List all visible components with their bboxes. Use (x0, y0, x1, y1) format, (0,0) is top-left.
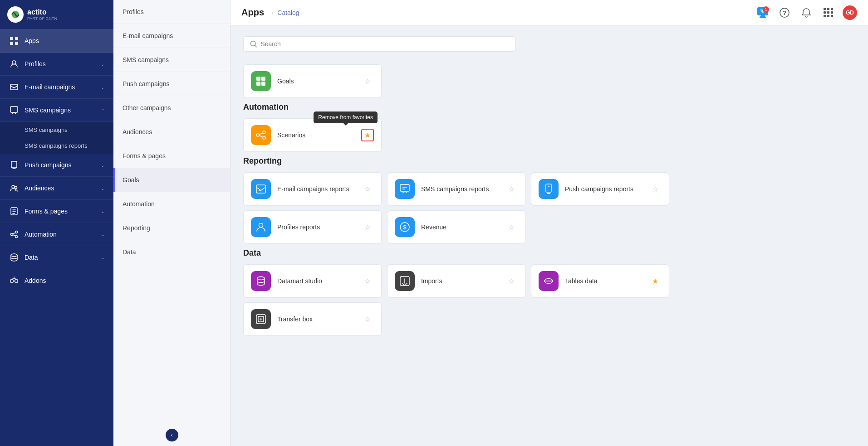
imports-fav-btn[interactable]: ☆ (505, 275, 518, 287)
mid-item-email[interactable]: E-mail campaigns (113, 24, 230, 48)
revenue-fav-btn[interactable]: ☆ (505, 221, 518, 233)
mid-item-data[interactable]: Data (113, 240, 230, 264)
sidebar-item-sms-reports[interactable]: SMS campaigns reports (0, 138, 113, 154)
sidebar-item-forms-pages[interactable]: Forms & pages ⌄ (0, 200, 113, 223)
svg-line-29 (255, 45, 257, 47)
card-revenue[interactable]: $ Revenue ☆ (387, 210, 525, 244)
transfer-box-fav-btn[interactable]: ☆ (361, 313, 374, 325)
card-tables-data[interactable]: Tables data ★ (531, 264, 669, 298)
search-input[interactable] (260, 40, 509, 48)
push-reports-label: Push campaigns reports (565, 185, 649, 193)
email-reports-label: E-mail campaigns reports (277, 185, 361, 193)
card-goals[interactable]: Goals ☆ (243, 64, 382, 98)
svg-rect-41 (400, 184, 409, 191)
svg-rect-30 (256, 77, 260, 81)
svg-rect-9 (11, 161, 17, 168)
card-transfer-box[interactable]: Transfer box ☆ (243, 302, 382, 336)
reporting-row-2: Profiles reports ☆ $ Revenue ☆ (243, 210, 855, 244)
svg-line-37 (259, 133, 263, 135)
push-reports-fav-btn[interactable]: ☆ (649, 183, 662, 195)
notifications-button[interactable] (799, 5, 814, 20)
email-campaigns-icon (9, 82, 19, 92)
data-row-1: Datamart studio ☆ Imports ☆ Tables data … (243, 264, 855, 298)
card-imports[interactable]: Imports ☆ (387, 264, 525, 298)
help-chat-button[interactable]: 1 (755, 5, 770, 20)
goals-card-label: Goals (277, 78, 361, 85)
sidebar-item-push-campaigns[interactable]: Push campaigns ⌄ (0, 154, 113, 177)
grid-icon (823, 7, 834, 18)
card-sms-reports[interactable]: SMS campaigns reports ☆ (387, 172, 525, 206)
svg-point-16 (11, 233, 13, 236)
tables-data-label: Tables data (565, 277, 649, 285)
svg-line-19 (13, 233, 15, 234)
svg-point-11 (15, 187, 17, 189)
card-email-reports[interactable]: E-mail campaigns reports ☆ (243, 172, 382, 206)
profiles-reports-icon (251, 217, 271, 237)
datamart-icon (251, 271, 271, 291)
mid-item-automation[interactable]: Automation (113, 192, 230, 216)
data-section-title: Data (243, 248, 855, 258)
scenarios-favorite-btn[interactable]: ★ Remove from favorites (361, 129, 374, 141)
sidebar-item-sms-sub[interactable]: SMS campaigns (0, 122, 113, 138)
sidebar-item-audiences[interactable]: Audiences ⌄ (0, 177, 113, 200)
svg-point-18 (15, 236, 18, 238)
mid-item-push[interactable]: Push campaigns (113, 72, 230, 96)
mid-item-audiences[interactable]: Audiences (113, 120, 230, 144)
sms-reports-fav-btn[interactable]: ☆ (505, 183, 518, 195)
push-campaigns-icon (9, 160, 19, 170)
profiles-reports-label: Profiles reports (277, 223, 361, 231)
apps-grid-button[interactable] (821, 5, 835, 20)
automation-row: Scenarios ★ Remove from favorites (243, 118, 855, 152)
email-reports-fav-btn[interactable]: ☆ (361, 183, 374, 195)
transfer-box-label: Transfer box (277, 315, 361, 323)
sms-campaigns-icon (9, 105, 19, 115)
profiles-chevron: ⌄ (101, 62, 104, 67)
addons-icon (9, 276, 19, 286)
tables-data-icon (539, 271, 559, 291)
reporting-section-title: Reporting (243, 156, 855, 166)
sidebar: actito PART OF GNTN Apps Profiles ⌄ E-ma… (0, 0, 113, 446)
sidebar-item-data[interactable]: Data ⌄ (0, 246, 113, 269)
forms-chevron: ⌄ (101, 209, 104, 214)
mid-item-profiles[interactable]: Profiles (113, 0, 230, 24)
tables-data-fav-btn[interactable]: ★ (649, 275, 662, 287)
topbar-right: 1 ? GD (755, 5, 857, 20)
svg-point-36 (263, 136, 265, 139)
svg-rect-5 (15, 42, 18, 45)
card-datamart[interactable]: Datamart studio ☆ (243, 264, 382, 298)
svg-point-21 (11, 254, 17, 257)
goals-favorite-btn[interactable]: ☆ (361, 75, 374, 87)
sidebar-item-profiles[interactable]: Profiles ⌄ (0, 53, 113, 76)
user-avatar[interactable]: GD (843, 5, 857, 20)
sidebar-item-apps[interactable]: Apps (0, 29, 113, 53)
mid-item-sms[interactable]: SMS campaigns (113, 48, 230, 72)
sidebar-item-email-campaigns[interactable]: E-mail campaigns ⌄ (0, 76, 113, 99)
mid-scroll-up-btn[interactable]: ‹ (166, 429, 178, 441)
mid-item-goals[interactable]: Goals (113, 168, 230, 192)
revenue-icon: $ (395, 217, 415, 237)
breadcrumb[interactable]: Catalog (277, 9, 299, 16)
search-icon (250, 40, 257, 48)
card-profiles-reports[interactable]: Profiles reports ☆ (243, 210, 382, 244)
mid-item-reporting[interactable]: Reporting (113, 216, 230, 240)
svg-line-20 (13, 235, 15, 236)
svg-rect-3 (15, 37, 18, 40)
sidebar-item-sms-campaigns[interactable]: SMS campaigns ⌃ (0, 99, 113, 122)
sidebar-automation-label: Automation (25, 231, 101, 238)
main-content: Apps › Catalog 1 ? GD (230, 0, 868, 446)
sidebar-item-automation[interactable]: Automation ⌄ (0, 223, 113, 246)
reporting-row-1: E-mail campaigns reports ☆ SMS campaigns… (243, 172, 855, 206)
sidebar-item-addons[interactable]: Addons (0, 269, 113, 292)
help-button[interactable]: ? (777, 5, 792, 20)
card-scenarios[interactable]: Scenarios ★ Remove from favorites (243, 118, 382, 152)
datamart-fav-btn[interactable]: ☆ (361, 275, 374, 287)
mid-item-other[interactable]: Other campaigns (113, 96, 230, 120)
search-bar[interactable] (243, 36, 515, 52)
data-row-2: Transfer box ☆ (243, 302, 855, 336)
card-push-reports[interactable]: Push campaigns reports ☆ (531, 172, 669, 206)
svg-point-49 (257, 277, 265, 280)
logo-sub: PART OF GNTN (27, 16, 57, 21)
mid-item-forms[interactable]: Forms & pages (113, 144, 230, 168)
profiles-reports-fav-btn[interactable]: ☆ (361, 221, 374, 233)
automation-section-title: Automation (243, 102, 855, 112)
